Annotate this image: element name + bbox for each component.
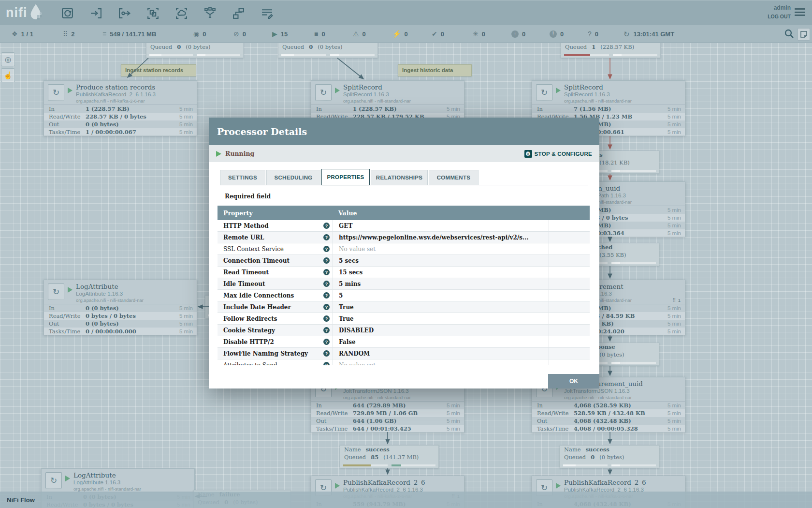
backpressure-fill xyxy=(330,54,339,56)
processor-bundle: org.apache.nifi - nifi-standard-nar xyxy=(343,395,411,400)
breadcrumb[interactable]: NiFi Flow xyxy=(7,496,35,504)
tab-properties[interactable]: PROPERTIES xyxy=(321,169,370,185)
stat-value: 0 (0 bytes) xyxy=(86,120,119,128)
backpressure-fill xyxy=(563,464,576,466)
processor-bundle: org.apache.nifi - nifi-standard-nar xyxy=(564,98,632,104)
global-menu-icon[interactable] xyxy=(795,8,805,18)
refresh-status[interactable]: ↻ 13:01:41 GMT xyxy=(624,25,674,43)
property-name: Connection Timeout xyxy=(223,257,290,264)
label-icon[interactable] xyxy=(259,5,275,21)
help-icon[interactable]: ? xyxy=(323,281,330,287)
bulletin-board-button[interactable] xyxy=(798,28,810,41)
queued-size: (0 bytes) xyxy=(599,454,624,461)
backpressure-fill xyxy=(343,464,371,466)
remote-process-group-icon[interactable] xyxy=(173,5,189,21)
processor-icon[interactable] xyxy=(59,5,75,21)
process-group-icon[interactable] xyxy=(145,5,161,21)
property-name: Max Idle Connections xyxy=(223,292,294,299)
help-icon[interactable]: ? xyxy=(323,292,330,299)
processor-node[interactable]: ↻Produce station recordsPublishKafkaReco… xyxy=(44,80,197,136)
canvas-label[interactable]: Ingest station records xyxy=(121,64,196,76)
input-port-icon[interactable] xyxy=(87,5,104,21)
disabled-icon: ⚡ xyxy=(392,30,401,37)
processor-state-label: Running xyxy=(225,150,254,157)
help-icon[interactable]: ? xyxy=(323,327,330,333)
processor-name: PublishKafkaRecord_2_6 xyxy=(564,478,646,486)
property-row: Connection Timeout?5 secs xyxy=(218,255,590,267)
nifi-logo-text: nifi xyxy=(6,4,28,21)
stat-label: Tasks/Time xyxy=(49,128,80,136)
current-user: admin xyxy=(774,4,791,11)
stop-and-configure-button[interactable]: ⚙ STOP & CONFIGURE xyxy=(524,150,592,158)
connection-label[interactable]: NamesuccessQueued85(141.37 MB) xyxy=(340,445,439,468)
backpressure-bars xyxy=(343,464,435,466)
backpressure-fill xyxy=(281,54,294,56)
locally-modified-stale-indicator: !0 xyxy=(550,25,564,43)
status-count: 0 xyxy=(321,30,325,38)
property-extra-cell xyxy=(549,290,590,301)
search-icon[interactable] xyxy=(784,29,795,39)
property-name-cell: Attributes to Send? xyxy=(218,359,333,365)
help-icon[interactable]: ? xyxy=(323,315,330,322)
help-icon[interactable]: ? xyxy=(323,304,330,310)
property-row: FlowFile Naming Strategy?RANDOM xyxy=(218,348,590,359)
property-name-cell: HTTP Method? xyxy=(218,220,333,231)
dialog-status-bar: Running ⚙ STOP & CONFIGURE xyxy=(209,145,599,162)
processor-icon: ↻ xyxy=(48,84,64,101)
help-icon[interactable]: ? xyxy=(323,246,330,252)
output-port-icon[interactable] xyxy=(116,5,132,21)
stopped-indicator: ■0 xyxy=(314,25,325,43)
active-threads-icon: ⠿ xyxy=(63,30,68,37)
help-icon[interactable]: ? xyxy=(323,223,330,229)
funnel-icon[interactable] xyxy=(202,5,218,21)
stat-label: Read/Write xyxy=(316,409,348,417)
connection-name-label: Name xyxy=(344,446,361,453)
stat-value: 729.89 MB / 1.06 GB xyxy=(353,409,418,417)
tab-settings[interactable]: SETTINGS xyxy=(220,170,265,185)
queued-count: 0 xyxy=(309,44,313,50)
property-name: Disable HTTP/2 xyxy=(223,339,274,345)
connection-label[interactable]: NamesuccessQueued0(0 bytes) xyxy=(560,445,659,468)
backpressure-track xyxy=(392,464,436,466)
stat-window: 5 min xyxy=(667,409,681,417)
status-count: 0 xyxy=(522,30,525,38)
stat-row: Read/Write228.57 KB / 0 bytes5 min xyxy=(44,113,197,120)
backpressure-fill xyxy=(564,54,590,56)
help-icon[interactable]: ? xyxy=(323,350,330,357)
stat-window: 5 min xyxy=(667,222,681,229)
processor-name: SplitRecord xyxy=(343,83,382,91)
property-row: Attributes to Send?No value set xyxy=(218,359,590,365)
processor-bundle: org.apache.nifi - nifi-kafka-2-6-nar xyxy=(76,98,145,104)
up-to-date-icon: ✔ xyxy=(432,30,437,37)
help-icon[interactable]: ? xyxy=(323,339,330,345)
template-icon[interactable] xyxy=(230,5,246,21)
stat-label: Out xyxy=(49,320,59,328)
sync-failure-indicator: ?0 xyxy=(588,25,598,43)
stat-value: 0 (0 bytes) xyxy=(86,304,119,312)
running-state-icon xyxy=(68,88,72,93)
property-name: HTTP Method xyxy=(223,223,269,229)
help-icon[interactable]: ? xyxy=(323,269,330,275)
operate-palette-button[interactable]: ☝ xyxy=(1,68,15,82)
running-indicator: ▶15 xyxy=(272,25,288,43)
help-icon[interactable]: ? xyxy=(323,234,330,240)
canvas-label[interactable]: Ingest historic data xyxy=(398,64,472,76)
help-icon[interactable]: ? xyxy=(323,257,330,264)
stat-window: 5 min xyxy=(667,304,681,312)
tab-comments[interactable]: COMMENTS xyxy=(429,170,478,185)
processor-node[interactable]: ↻LogAttributeLogAttribute 1.16.3org.apac… xyxy=(44,280,197,335)
stat-value: 0 (0 bytes) xyxy=(86,320,119,328)
ok-button[interactable]: OK xyxy=(548,374,599,388)
stat-window: 5 min xyxy=(447,425,460,433)
logout-link[interactable]: LOG OUT xyxy=(768,14,791,19)
navigate-palette-button[interactable]: ◎ xyxy=(1,52,15,66)
transmitting-icon: ◉ xyxy=(193,30,199,37)
help-icon[interactable]: ? xyxy=(323,362,330,365)
connection-queued-label: Queued xyxy=(150,44,172,50)
tab-scheduling[interactable]: SCHEDULING xyxy=(266,170,320,185)
stat-row: In1 (228.57 KB)5 min xyxy=(44,105,197,113)
stat-window: 5 min xyxy=(667,113,681,120)
status-count: 0 xyxy=(560,30,564,38)
required-field-note: Required field xyxy=(225,193,271,200)
tab-relationships[interactable]: RELATIONSHIPS xyxy=(371,170,428,185)
